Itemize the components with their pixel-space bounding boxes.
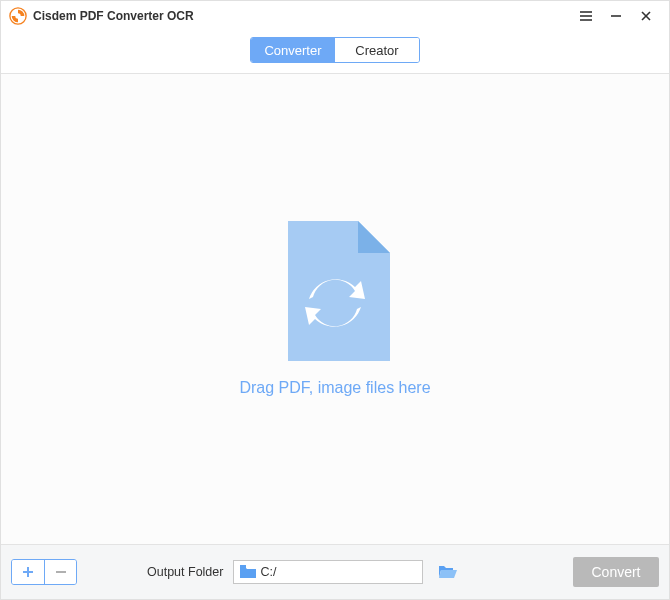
close-button[interactable] — [631, 2, 661, 30]
output-folder-label: Output Folder — [147, 565, 223, 579]
browse-folder-button[interactable] — [437, 561, 459, 583]
tab-group: Converter Creator — [250, 37, 420, 63]
app-title: Cisdem PDF Converter OCR — [33, 9, 194, 23]
add-file-button[interactable] — [12, 560, 44, 584]
document-refresh-icon — [280, 221, 390, 361]
remove-file-button[interactable] — [44, 560, 76, 584]
app-logo-icon — [9, 7, 27, 25]
convert-button[interactable]: Convert — [573, 557, 659, 587]
svg-rect-10 — [240, 565, 246, 568]
output-folder-field[interactable]: C:/ — [233, 560, 423, 584]
tab-creator[interactable]: Creator — [335, 38, 419, 62]
add-remove-group — [11, 559, 77, 585]
titlebar: Cisdem PDF Converter OCR — [1, 1, 669, 31]
folder-icon — [240, 565, 256, 579]
tab-row: Converter Creator — [1, 31, 669, 73]
menu-button[interactable] — [571, 2, 601, 30]
drop-zone[interactable]: Drag PDF, image files here — [1, 73, 669, 545]
tab-converter[interactable]: Converter — [251, 38, 335, 62]
bottom-bar: Output Folder C:/ Convert — [1, 545, 669, 599]
minimize-button[interactable] — [601, 2, 631, 30]
drop-hint-text: Drag PDF, image files here — [239, 379, 430, 397]
output-folder-path: C:/ — [260, 565, 276, 579]
